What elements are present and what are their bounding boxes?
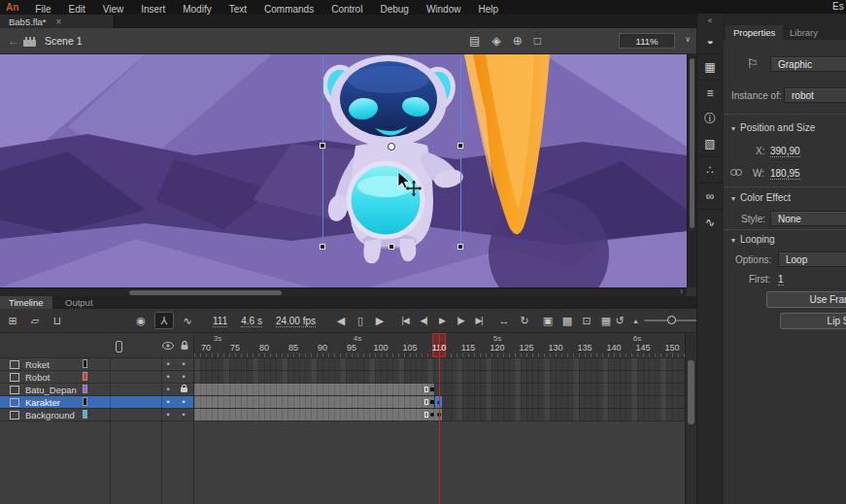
layer-lock-dot[interactable]: •: [177, 358, 190, 370]
playhead-line[interactable]: [439, 333, 440, 504]
layer-lock-icon[interactable]: [181, 387, 187, 392]
layer-visibility-dot[interactable]: •: [161, 409, 175, 420]
step-back-icon[interactable]: ◀: [334, 313, 348, 328]
cc-libraries-panel-icon[interactable]: ∞: [697, 183, 723, 209]
menu-control[interactable]: Control: [322, 4, 371, 15]
loop-playback-icon[interactable]: ↔: [497, 313, 511, 328]
align-panel-icon[interactable]: ≡: [697, 80, 723, 106]
selection-handle-left[interactable]: [320, 143, 325, 149]
swatches-panel-icon[interactable]: ▦: [697, 53, 723, 80]
menu-text[interactable]: Text: [220, 4, 255, 15]
selection-handle-bottom-right[interactable]: [457, 244, 463, 250]
layer-visibility-dot[interactable]: •: [161, 358, 175, 370]
menu-commands[interactable]: Commands: [255, 4, 322, 15]
menu-help[interactable]: Help: [469, 4, 507, 15]
elapsed-time-indicator[interactable]: 4.6 s: [241, 316, 262, 326]
section-color-effect[interactable]: ▾Color Effect: [731, 192, 791, 203]
new-layer-icon[interactable]: ⊞: [6, 313, 19, 328]
clip-content-icon[interactable]: □: [534, 34, 541, 48]
edit-scene-icon[interactable]: ▤: [469, 34, 480, 48]
symbol-type-dropdown[interactable]: Graphic: [770, 56, 846, 72]
document-tab[interactable]: Bab5.fla* ×: [0, 15, 115, 28]
graph-editor-icon[interactable]: ∿: [181, 313, 194, 328]
menu-window[interactable]: Window: [418, 4, 470, 15]
center-stage-icon[interactable]: ⊕: [513, 34, 523, 48]
delete-layer-icon[interactable]: ⊔: [51, 313, 64, 328]
vertical-scrollbar[interactable]: [687, 54, 696, 287]
frame-size-slider-knob[interactable]: [667, 316, 676, 324]
loop-options-dropdown[interactable]: Loop: [778, 252, 846, 267]
history-panel-icon[interactable]: ∿: [697, 209, 723, 235]
first-frame-value[interactable]: 1: [778, 274, 784, 286]
onion-outlines-icon[interactable]: ▩: [560, 313, 574, 328]
vertical-scrollbar-thumb[interactable]: [690, 58, 694, 228]
color-panel-icon[interactable]: ◒: [697, 28, 723, 53]
prev-frame-icon[interactable]: ◀|: [417, 313, 430, 328]
stage-canvas[interactable]: [0, 54, 687, 287]
section-looping[interactable]: ▾Looping: [731, 234, 775, 245]
w-value[interactable]: 180,95: [770, 168, 800, 180]
workspace-switcher[interactable]: Es: [832, 1, 846, 12]
show-parenting-icon[interactable]: Y: [154, 312, 174, 329]
tab-timeline[interactable]: Timeline: [0, 296, 52, 309]
new-folder-icon[interactable]: ▱: [28, 313, 42, 328]
current-frame-icon[interactable]: ▯: [354, 313, 367, 328]
selection-edge-left[interactable]: [322, 54, 323, 248]
menu-insert[interactable]: Insert: [132, 4, 174, 15]
transformation-point[interactable]: [388, 143, 395, 151]
layer-row-robot[interactable]: Robot••: [0, 371, 194, 384]
layer-row-roket[interactable]: Roket••: [0, 358, 194, 371]
link-width-height-icon[interactable]: [730, 169, 742, 176]
layer-visibility-dot[interactable]: •: [161, 384, 175, 395]
menu-debug[interactable]: Debug: [371, 4, 417, 15]
scroll-right-icon[interactable]: ›: [680, 286, 683, 296]
use-frame-picker-button[interactable]: Use Fran: [766, 291, 846, 308]
close-icon[interactable]: ×: [56, 17, 62, 27]
eye-icon[interactable]: [162, 342, 174, 350]
layer-visibility-dot[interactable]: •: [161, 396, 175, 408]
layer-lock-dot[interactable]: •: [177, 409, 190, 420]
selection-edge-right[interactable]: [460, 54, 461, 248]
next-frame-icon[interactable]: |▶: [454, 313, 467, 328]
layer-lock-dot[interactable]: •: [177, 371, 190, 383]
selection-handle-bottom-left[interactable]: [320, 244, 325, 250]
modify-markers-icon[interactable]: ▦: [599, 313, 613, 328]
play-icon[interactable]: ▶: [435, 313, 449, 328]
chevron-down-icon[interactable]: ∨: [685, 35, 691, 44]
stage-zoom-select[interactable]: 111%: [619, 33, 675, 49]
info-panel-icon[interactable]: ⓘ: [697, 106, 723, 131]
layer-visibility-dot[interactable]: •: [161, 371, 175, 383]
x-value[interactable]: 390,90: [770, 146, 800, 157]
lock-icon[interactable]: [180, 340, 189, 351]
horizontal-scrollbar-thumb[interactable]: [129, 290, 282, 295]
style-dropdown[interactable]: None: [770, 211, 846, 226]
menu-modify[interactable]: Modify: [174, 4, 220, 15]
transform-panel-icon[interactable]: ▧: [697, 131, 723, 156]
layer-row-background[interactable]: Background••: [0, 409, 194, 421]
add-camera-icon[interactable]: ◉: [134, 313, 148, 328]
edit-multiple-frames-icon[interactable]: ⊡: [580, 313, 593, 328]
tab-properties[interactable]: Properties: [726, 25, 783, 40]
collapse-panels-icon[interactable]: «: [697, 14, 723, 28]
tab-library[interactable]: Library: [782, 25, 826, 40]
selection-handle-bottom[interactable]: [389, 244, 394, 250]
layer-lock-dot[interactable]: •: [177, 396, 190, 408]
step-forward-icon[interactable]: ▶: [373, 313, 387, 328]
zoom-out-frames-icon[interactable]: ▲: [632, 318, 638, 324]
layer-row-batu_depan[interactable]: Batu_Depan•: [0, 384, 194, 396]
timeline-vertical-scrollbar[interactable]: [685, 333, 696, 504]
frame-rate-indicator[interactable]: 24.00 fps: [276, 316, 316, 326]
loop-range-icon[interactable]: ↻: [518, 313, 531, 328]
onion-skin-icon[interactable]: ▣: [541, 313, 555, 328]
menu-view[interactable]: View: [94, 4, 133, 15]
current-frame-indicator[interactable]: 111: [213, 316, 227, 326]
back-icon[interactable]: ←: [8, 34, 19, 48]
selection-handle-right[interactable]: [457, 143, 463, 149]
tab-output[interactable]: Output: [56, 296, 102, 309]
instance-name-field[interactable]: robot: [784, 87, 846, 103]
go-first-frame-icon[interactable]: |◀: [398, 313, 412, 328]
section-position-size[interactable]: ▾Position and Size: [731, 122, 815, 133]
menu-file[interactable]: File: [26, 4, 59, 15]
layer-row-karakter[interactable]: Karakter••: [0, 396, 194, 409]
reset-timeline-zoom-icon[interactable]: ↺: [613, 313, 626, 328]
